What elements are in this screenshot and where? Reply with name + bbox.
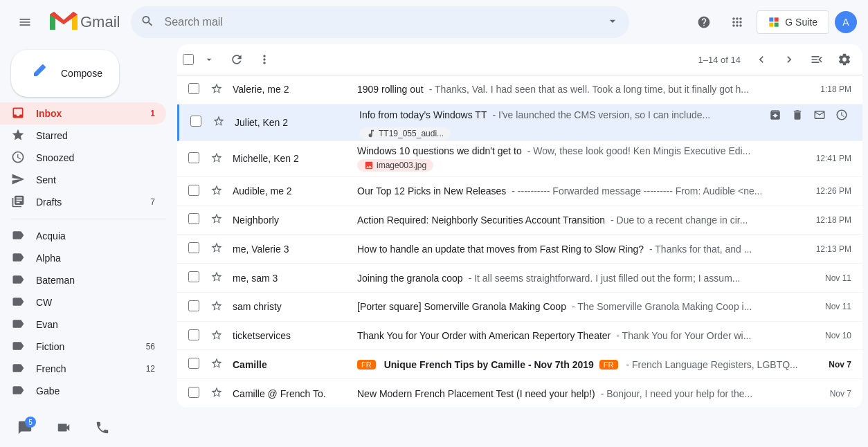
attachment-chip[interactable]: TT19_055_audi... xyxy=(359,127,451,140)
row-star-1[interactable] xyxy=(210,82,227,97)
menu-icon[interactable] xyxy=(11,8,39,36)
sidebar-item-french[interactable]: French 12 xyxy=(0,358,166,380)
table-row[interactable]: sam christy [Porter square] Somerville G… xyxy=(177,293,862,322)
sidebar-item-alpha[interactable]: Alpha xyxy=(0,247,166,269)
chat-icon[interactable]: 5 xyxy=(11,414,39,441)
snooze-button[interactable] xyxy=(832,105,851,125)
row-checkbox-3[interactable] xyxy=(188,152,205,165)
row-star-8[interactable] xyxy=(210,300,227,314)
compose-button[interactable]: Compose xyxy=(11,50,119,97)
subject-text: Our Top 12 Picks in New Releases xyxy=(357,185,506,197)
table-row[interactable]: Camille @ French To. New Modern French P… xyxy=(177,379,862,408)
email-time: Nov 11 xyxy=(825,273,851,283)
sender-name: sam christy xyxy=(233,301,357,312)
prev-page-button[interactable] xyxy=(749,47,774,72)
row-star-5[interactable] xyxy=(210,212,227,227)
sidebar-item-sent[interactable]: Sent xyxy=(0,169,166,191)
table-row[interactable]: Neighborly Action Required: Neighborly S… xyxy=(177,206,862,235)
avatar[interactable]: A xyxy=(835,11,857,33)
meet-icon[interactable] xyxy=(50,414,78,441)
pagination-text: 1–14 of 14 xyxy=(693,55,746,65)
sidebar-item-bateman[interactable]: Bateman xyxy=(0,269,166,291)
more-options-button[interactable] xyxy=(252,47,277,72)
table-row[interactable]: Valerie, me 2 1909 rolling out - Thanks,… xyxy=(177,75,862,104)
sender-name: Audible, me 2 xyxy=(233,185,357,197)
sidebar-item-starred[interactable]: Starred xyxy=(0,125,166,147)
row-checkbox-7[interactable] xyxy=(188,271,205,284)
table-row[interactable]: Audible, me 2 Our Top 12 Picks in New Re… xyxy=(177,177,862,206)
table-row[interactable]: Michelle, Ken 2 Windows 10 questions we … xyxy=(177,141,862,177)
archive-button[interactable] xyxy=(766,105,785,125)
row-star-6[interactable] xyxy=(210,241,227,256)
table-row[interactable]: Camille FR Unique French Tips by Camille… xyxy=(177,350,862,379)
sidebar-item-sent-label: Sent xyxy=(36,174,155,185)
gabe-label-icon xyxy=(11,383,25,399)
row-checkbox-9[interactable] xyxy=(188,329,205,343)
sidebar-item-inbox[interactable]: Inbox 1 xyxy=(0,102,166,125)
row-star-4[interactable] xyxy=(210,184,227,199)
row-star-11[interactable] xyxy=(210,386,227,401)
table-row[interactable]: ticketservices Thank You for Your Order … xyxy=(177,322,862,351)
row-checkbox-4[interactable] xyxy=(188,185,205,198)
email-content: [Porter square] Somerville Granola Makin… xyxy=(357,301,820,312)
row-checkbox-10[interactable] xyxy=(188,358,205,371)
french-label-icon xyxy=(11,361,25,377)
delete-button[interactable] xyxy=(788,105,807,125)
row-checkbox-2[interactable] xyxy=(190,116,207,129)
sidebar-item-acquia[interactable]: Acquia xyxy=(0,225,166,247)
mark-unread-button[interactable] xyxy=(810,105,829,125)
search-input[interactable] xyxy=(131,6,629,38)
select-all-checkbox[interactable] xyxy=(183,54,194,65)
sidebar-item-drafts[interactable]: Drafts 7 xyxy=(0,191,166,213)
select-dropdown-button[interactable] xyxy=(197,47,221,72)
email-time: Nov 11 xyxy=(825,302,851,311)
table-row[interactable]: me, Valerie 3 How to handle an update th… xyxy=(177,235,862,264)
gsuite-button[interactable]: G Suite xyxy=(757,10,829,34)
row-checkbox-11[interactable] xyxy=(188,387,205,400)
table-row[interactable]: me, sam 3 Joining the granola coop - It … xyxy=(177,264,862,293)
email-time: 12:26 PM xyxy=(816,186,851,196)
fr-label-prefix: FR xyxy=(357,360,376,370)
settings-button[interactable] xyxy=(832,47,857,72)
row-star-2[interactable] xyxy=(213,115,229,129)
sender-name: Valerie, me 2 xyxy=(233,84,357,95)
row-star-9[interactable] xyxy=(210,329,227,343)
sidebar-item-evan[interactable]: Evan xyxy=(0,313,166,336)
gmail-logo-text: Gmail xyxy=(80,13,120,31)
attachment-chip[interactable]: image003.jpg xyxy=(357,159,433,172)
view-options-button[interactable] xyxy=(804,47,829,72)
help-button[interactable] xyxy=(690,8,718,36)
row-checkbox-5[interactable] xyxy=(188,213,205,226)
sidebar-item-gabe[interactable]: Gabe xyxy=(0,380,166,402)
row-checkbox-8[interactable] xyxy=(188,300,205,313)
row-star-3[interactable] xyxy=(210,152,227,166)
attachment-name: TT19_055_audi... xyxy=(379,129,444,138)
sidebar-item-cw[interactable]: CW xyxy=(0,291,166,313)
next-page-button[interactable] xyxy=(777,47,802,72)
sidebar-item-google[interactable]: Google xyxy=(0,402,166,408)
sender-name: Neighborly xyxy=(233,215,357,226)
search-dropdown-icon[interactable] xyxy=(606,15,620,30)
subject-text: [Porter square] Somerville Granola Makin… xyxy=(357,301,566,312)
row-checkbox-1[interactable] xyxy=(188,83,205,96)
compose-label: Compose xyxy=(61,68,102,79)
subject-text: Thank You for Your Order with American R… xyxy=(357,330,611,341)
sidebar-item-alpha-label: Alpha xyxy=(36,253,155,264)
snippet-text: - Bonjour, I need your help for the... xyxy=(601,388,824,399)
table-row[interactable]: Juliet, Ken 2 Info from today's Windows … xyxy=(177,104,862,141)
sender-name: Juliet, Ken 2 xyxy=(235,117,359,128)
row-star-7[interactable] xyxy=(210,271,227,285)
sidebar-item-snoozed[interactable]: Snoozed xyxy=(0,147,166,169)
sidebar-item-drafts-count: 7 xyxy=(150,197,155,207)
email-list-container: 1–14 of 14 xyxy=(177,44,862,408)
row-checkbox-6[interactable] xyxy=(188,242,205,255)
snippet-text: - It all seems straightforward. I just f… xyxy=(469,273,820,284)
cw-label-icon xyxy=(11,295,25,311)
sidebar-item-fiction[interactable]: Fiction 56 xyxy=(0,336,166,358)
row-star-10[interactable] xyxy=(210,357,227,372)
apps-button[interactable] xyxy=(723,8,751,36)
email-time: 12:18 PM xyxy=(816,215,851,225)
refresh-button[interactable] xyxy=(224,47,249,72)
phone-icon[interactable] xyxy=(89,414,116,441)
topbar-right: G Suite A xyxy=(690,8,857,36)
